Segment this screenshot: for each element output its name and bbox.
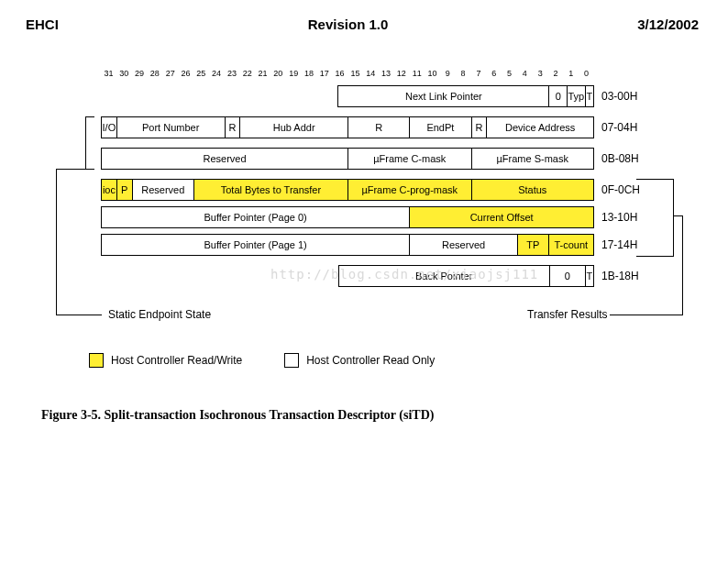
bit-15: 15 [347, 69, 363, 78]
field: R [347, 116, 409, 138]
field: Status [471, 179, 595, 201]
bit-26: 26 [178, 69, 193, 78]
page-header: EHCI Revision 1.0 3/12/2002 [0, 0, 728, 32]
field: Next Link Pointer [337, 85, 548, 107]
bit-20: 20 [270, 69, 286, 78]
addr-label: 1B-18H [601, 270, 639, 282]
bit-4: 4 [517, 69, 533, 78]
dword-row-0: Next Link Pointer0TypT [101, 85, 594, 107]
bit-7: 7 [471, 69, 487, 78]
bit-6: 6 [486, 69, 502, 78]
bit-11: 11 [409, 69, 425, 78]
dword-row-4: Buffer Pointer (Page 0)Current Offset [101, 206, 594, 228]
legend-swatch-ro [284, 353, 299, 368]
bit-ruler: 3130292827262524232221201918171615141312… [101, 69, 594, 78]
legend-swatch-rw [89, 353, 104, 368]
bit-0: 0 [579, 69, 594, 78]
field: ioc [101, 179, 116, 201]
bit-3: 3 [533, 69, 548, 78]
bit-14: 14 [363, 69, 379, 78]
bracket-right [673, 179, 674, 257]
addr-label: 07-04H [601, 121, 637, 134]
hdr-left: EHCI [26, 17, 59, 32]
bit-13: 13 [379, 69, 394, 78]
field: 0 [548, 85, 567, 107]
label-static-endpoint: Static Endpoint State [108, 308, 211, 321]
addr-label: 13-10H [601, 211, 637, 224]
field: R [225, 116, 240, 138]
field: Reserved [101, 148, 347, 170]
field: µFrame C-mask [347, 148, 471, 170]
bit-10: 10 [425, 69, 440, 78]
bit-25: 25 [193, 69, 209, 78]
field: Reserved [409, 234, 517, 256]
dword-row-1: I/OPort NumberRHub AddrREndPtRDevice Add… [101, 116, 594, 138]
field: I/O [101, 116, 116, 138]
field: P [116, 179, 132, 201]
dword-row-2: ReservedµFrame C-maskµFrame S-mask [101, 148, 594, 170]
field: EndPt [409, 116, 470, 138]
bit-1: 1 [563, 69, 579, 78]
field: TP [517, 234, 548, 256]
addr-label: 0B-08H [601, 152, 639, 165]
field: Reserved [132, 179, 193, 201]
bit-21: 21 [255, 69, 270, 78]
field: Typ [567, 85, 585, 107]
field: T [585, 85, 594, 107]
figure-caption: Figure 3-5. Split-transaction Isochronou… [41, 408, 434, 423]
legend: Host Controller Read/Write Host Controll… [89, 353, 435, 368]
bracket-left [85, 116, 86, 170]
field: Port Number [116, 116, 225, 138]
field: R [471, 116, 487, 138]
bit-24: 24 [209, 69, 225, 78]
field: T-count [548, 234, 594, 256]
addr-label: 17-14H [601, 238, 637, 251]
addr-label: 0F-0CH [601, 183, 640, 196]
field: µFrame S-mask [471, 148, 595, 170]
hdr-center: Revision 1.0 [308, 17, 389, 32]
field: Buffer Pointer (Page 1) [101, 234, 409, 256]
bit-18: 18 [302, 69, 317, 78]
field: µFrame C-prog-mask [347, 179, 471, 201]
bit-5: 5 [502, 69, 517, 78]
legend-label-rw: Host Controller Read/Write [111, 354, 242, 367]
addr-label: 03-00H [601, 90, 637, 103]
dword-row-3: iocPReservedTotal Bytes to TransferµFram… [101, 179, 594, 201]
bit-19: 19 [286, 69, 302, 78]
field: 0 [549, 265, 585, 287]
bit-23: 23 [225, 69, 240, 78]
bit-12: 12 [393, 69, 409, 78]
field: Buffer Pointer (Page 0) [101, 206, 409, 228]
bit-2: 2 [548, 69, 564, 78]
bit-28: 28 [147, 69, 162, 78]
bit-16: 16 [332, 69, 347, 78]
field: Device Address [486, 116, 594, 138]
hdr-right: 3/12/2002 [637, 17, 699, 32]
bit-27: 27 [162, 69, 178, 78]
label-transfer-results: Transfer Results [527, 308, 608, 321]
field: Hub Addr [239, 116, 347, 138]
bit-8: 8 [456, 69, 471, 78]
bit-9: 9 [440, 69, 456, 78]
field: T [585, 265, 594, 287]
dword-row-5: Buffer Pointer (Page 1)ReservedTPT-count [101, 234, 594, 256]
bit-31: 31 [101, 69, 116, 78]
legend-label-ro: Host Controller Read Only [306, 354, 435, 367]
bit-22: 22 [239, 69, 255, 78]
field [101, 85, 337, 107]
bit-30: 30 [116, 69, 132, 78]
watermark: http://blog.csdn.net/xiaojsj111 [270, 267, 538, 282]
field: Current Offset [409, 206, 594, 228]
bit-17: 17 [316, 69, 332, 78]
bit-29: 29 [132, 69, 148, 78]
field: Total Bytes to Transfer [193, 179, 347, 201]
